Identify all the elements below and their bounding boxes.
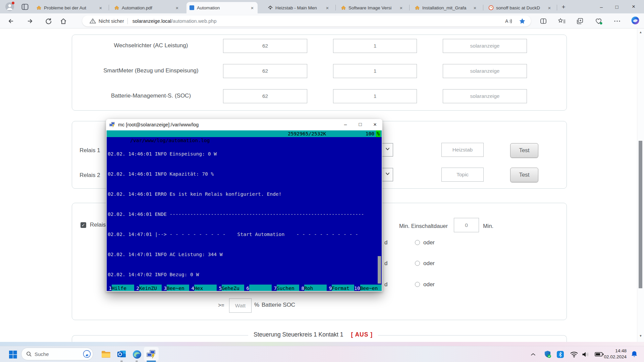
browser-tab[interactable]: Probleme bei der Aut × — [34, 2, 106, 13]
notification-bell-icon[interactable] — [630, 346, 639, 362]
taskbar-search[interactable]: Suche — [21, 348, 93, 360]
putty-window[interactable]: mc [root@solaranzeige]:/var/www/log – □ … — [106, 119, 382, 292]
url-path[interactable]: /automation.web.php — [171, 18, 217, 24]
scrollbar-thumb[interactable] — [639, 141, 642, 288]
browser-tab[interactable]: Heizstab - Main Men × — [265, 2, 333, 13]
browser-essentials-icon[interactable] — [594, 17, 603, 25]
tab-close-icon[interactable]: × — [547, 5, 552, 11]
url-host[interactable]: solaranzeige.local — [132, 18, 171, 24]
edge-icon[interactable] — [131, 346, 143, 362]
relais1-test-button[interactable]: Test — [510, 143, 538, 158]
security-label[interactable]: Nicht sicher — [99, 18, 124, 24]
device-instance-input[interactable]: 1 — [333, 39, 417, 53]
device-instance-input[interactable]: 1 — [333, 89, 417, 103]
tray-chevron-up-icon[interactable] — [529, 346, 537, 362]
window-close-button[interactable]: × — [626, 0, 641, 13]
tab-close-icon[interactable]: × — [398, 5, 404, 11]
back-icon[interactable] — [7, 17, 15, 25]
settings-more-icon[interactable] — [612, 17, 622, 25]
forward-icon[interactable] — [25, 17, 34, 25]
tab-close-icon[interactable]: × — [174, 5, 180, 11]
relais1-topic-input[interactable]: Heizstab — [441, 143, 484, 157]
tab-close-icon[interactable]: × — [472, 5, 478, 11]
tab-actions-icon[interactable] — [21, 4, 29, 11]
scroll-up-icon[interactable]: ▲ — [637, 31, 644, 34]
putty-taskbar-icon[interactable] — [146, 346, 157, 362]
browser-toolbar: Nicht sicher solaranzeige.local /automat… — [0, 13, 644, 28]
relais2-test-button[interactable]: Test — [510, 168, 538, 182]
mc-function-key-bar: 1Hilfe 2KeinZU 3Bee~en 4Hex 5GeheZu 6 7S… — [107, 285, 382, 292]
mc-scrollbar-thumb[interactable] — [378, 256, 381, 284]
tab-close-icon[interactable]: × — [325, 5, 330, 11]
mc-position-cursor: % — [376, 130, 380, 137]
pill-right-icons: A — [505, 18, 531, 24]
device-db-input[interactable]: solaranzeige — [443, 39, 527, 53]
speaker-icon[interactable] — [581, 346, 591, 362]
address-bar[interactable]: Nicht sicher solaranzeige.local /automat… — [82, 15, 531, 26]
relais-checkbox[interactable]: ✓ — [80, 222, 86, 228]
mc-viewer-header: /var/www/log/automation.log 2592965/2532… — [107, 130, 382, 137]
oder-label-1: oder — [423, 239, 435, 246]
window-maximize-button[interactable]: □ — [609, 0, 625, 13]
chevron-down-icon — [385, 147, 390, 150]
tab-close-icon[interactable]: × — [250, 5, 255, 11]
chevron-down-icon — [385, 172, 390, 175]
oder-radio-1[interactable] — [415, 240, 420, 245]
taskbar-clock[interactable]: 14:48 02.02.2024 — [596, 348, 627, 360]
device-db-input[interactable]: solaranzeige — [443, 89, 527, 103]
device-db-input[interactable]: solaranzeige — [443, 64, 527, 78]
browser-tab-active[interactable]: Automation × — [186, 2, 258, 13]
browser-tab-strip: Probleme bei der Aut × Automation.pdf × … — [0, 0, 644, 13]
putty-maximize-button[interactable]: □ — [353, 121, 368, 128]
read-aloud-icon[interactable]: A — [505, 18, 513, 24]
browser-tab[interactable]: Software Image Versi × — [338, 2, 407, 13]
outlook-icon[interactable] — [116, 346, 127, 362]
oder-radio-2[interactable] — [415, 261, 420, 266]
fkey-10[interactable]: 10Bee~en — [354, 285, 382, 292]
putty-close-button[interactable]: × — [368, 121, 382, 128]
browser-tab[interactable]: Automation.pdf × — [111, 2, 182, 13]
favorite-star-icon[interactable] — [519, 18, 526, 24]
fkey-3[interactable]: 3Bee~en — [162, 285, 189, 292]
fkey-4[interactable]: 4Hex — [189, 285, 217, 292]
fkey-9[interactable]: 9Format — [327, 285, 354, 292]
browser-tab[interactable]: Installation_mit_Grafa × — [412, 2, 480, 13]
copilot-icon[interactable] — [631, 16, 640, 25]
scroll-down-icon[interactable]: ▼ — [637, 334, 644, 338]
fkey-2[interactable]: 2KeinZU — [134, 285, 162, 292]
split-screen-icon[interactable] — [539, 17, 548, 25]
refresh-icon[interactable] — [44, 17, 53, 25]
home-icon[interactable] — [59, 17, 68, 25]
favorites-bar-icon[interactable] — [557, 17, 567, 25]
tab-close-icon[interactable]: × — [98, 5, 103, 11]
device-port-input[interactable]: 62 — [223, 64, 307, 78]
start-button[interactable] — [7, 346, 18, 362]
fkey-7[interactable]: 7Suchen — [272, 285, 299, 292]
desktop-wallpaper-strip — [0, 342, 644, 346]
watt-input[interactable]: Watt — [229, 298, 252, 313]
fkey-6[interactable]: 6 — [244, 285, 272, 292]
device-instance-input[interactable]: 1 — [333, 64, 417, 78]
wifi-icon[interactable] — [569, 346, 579, 362]
min-einschaltdauer-input[interactable]: 0 — [454, 218, 479, 232]
browser-tab[interactable]: sonoff basic at DuckD × — [486, 2, 555, 13]
putty-minimize-button[interactable]: – — [338, 121, 353, 128]
window-minimize-button[interactable]: – — [594, 0, 609, 13]
putty-titlebar[interactable]: mc [root@solaranzeige]:/var/www/log – □ … — [106, 119, 382, 130]
collections-icon[interactable] — [575, 17, 585, 25]
relais2-topic-input[interactable]: Topic — [441, 168, 484, 182]
log-line: 02.02. 14:46:01 ERRO Es ist kein Relais … — [108, 191, 382, 197]
new-tab-button[interactable]: + — [559, 3, 568, 11]
device-port-input[interactable]: 62 — [223, 89, 307, 103]
fkey-1[interactable]: 1Hilfe — [107, 285, 134, 292]
security-shield-icon[interactable] — [543, 346, 552, 362]
bluetooth-icon[interactable] — [556, 346, 565, 362]
fkey-5[interactable]: 5GeheZu — [217, 285, 244, 292]
device-port-input[interactable]: 62 — [223, 39, 307, 53]
fkey-8[interactable]: 8Roh — [299, 285, 327, 292]
device-row-label: SmartMeter (Bezug und Einspeisung) — [80, 67, 221, 74]
page-scrollbar[interactable]: ▲ ▼ — [637, 28, 644, 342]
oder-radio-3[interactable] — [415, 282, 420, 287]
mc-terminal[interactable]: /var/www/log/automation.log 2592965/2532… — [106, 130, 382, 292]
file-explorer-icon[interactable] — [100, 346, 112, 362]
